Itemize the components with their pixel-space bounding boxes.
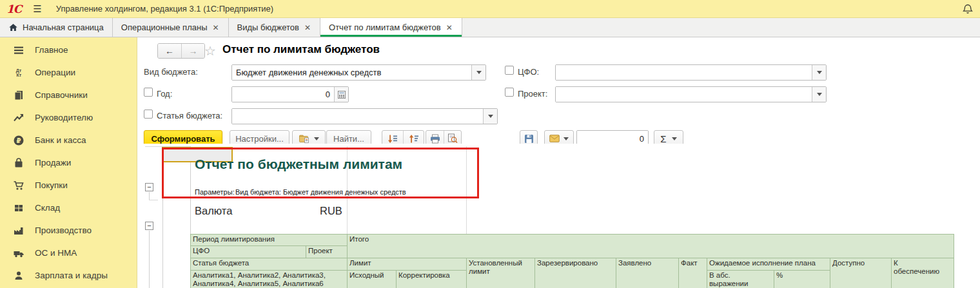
- tab-home[interactable]: Начальная страница: [0, 18, 113, 37]
- year-input[interactable]: [232, 87, 334, 102]
- tab-budget-types[interactable]: Виды бюджетов ✕: [229, 18, 320, 37]
- sidebar-item-label: Руководителю: [35, 113, 93, 122]
- year-checkbox[interactable]: [144, 88, 153, 97]
- sidebar-item-sales[interactable]: Продажи: [0, 151, 137, 174]
- bag-icon: [12, 157, 25, 169]
- chevron-down-icon: [817, 71, 822, 74]
- cfo-input[interactable]: [556, 65, 812, 80]
- forward-button[interactable]: →: [181, 44, 204, 58]
- budget-type-field-group: [231, 64, 486, 81]
- history-nav-group: ← →: [157, 43, 205, 59]
- factory-icon: [12, 224, 25, 237]
- tab-label: Начальная страница: [23, 23, 104, 32]
- main-area: ← → ☆ Отчет по лимитам бюджетов Вид бюдж…: [137, 37, 980, 288]
- cfo-label: ЦФО:: [518, 67, 539, 77]
- currency-label: Валюта: [195, 205, 232, 217]
- sidebar-item-warehouse[interactable]: Склад: [0, 197, 137, 219]
- chevron-down-icon: [672, 137, 677, 140]
- chevron-down-icon: [314, 137, 319, 140]
- col-limit: Лимит: [348, 258, 467, 271]
- sidebar-item-main[interactable]: Главное: [0, 39, 137, 61]
- project-checkbox[interactable]: [505, 88, 514, 97]
- sidebar-item-manager[interactable]: Руководителю: [0, 106, 137, 129]
- col-initial: Исходный: [348, 271, 397, 288]
- preview-icon: [447, 133, 458, 144]
- group-line: [149, 200, 158, 200]
- col-project: Проект: [306, 246, 348, 258]
- 1c-logo-icon: 1С: [6, 3, 21, 15]
- top-bar: 1С ☰ Управление холдингом, редакция 3.1 …: [0, 0, 980, 18]
- budget-item-label: Статья бюджета:: [157, 111, 222, 120]
- favorite-star-icon[interactable]: ☆: [204, 43, 216, 59]
- sidebar-item-fixed-assets[interactable]: ОС и НМА: [0, 242, 137, 264]
- col-budget-item: Статья бюджета: [191, 258, 348, 271]
- notifications-bell-icon[interactable]: [962, 3, 974, 15]
- grid-icon: [12, 202, 25, 215]
- back-button[interactable]: ←: [158, 44, 181, 58]
- sidebar-item-label: Банк и касса: [35, 135, 86, 145]
- svg-text:₽: ₽: [17, 137, 21, 144]
- year-calculator-button[interactable]: [334, 87, 348, 102]
- col-to-provide: К обеспечению: [892, 258, 954, 288]
- budget-item-dropdown-button[interactable]: [483, 109, 497, 124]
- col-cfo: ЦФО: [191, 246, 306, 258]
- close-icon[interactable]: ✕: [446, 23, 453, 32]
- report-spreadsheet[interactable]: − − Отчет по бюджетным лимитам Параметры…: [137, 144, 980, 288]
- chevron-down-icon: [488, 115, 493, 118]
- sidebar-item-bank-cash[interactable]: ₽ Банк и касса: [0, 129, 137, 151]
- group-line: [149, 192, 150, 200]
- sidebar-item-operations[interactable]: ДтКт Операции: [0, 61, 137, 84]
- close-icon[interactable]: ✕: [212, 23, 220, 32]
- debit-credit-icon: ДтКт: [12, 66, 25, 79]
- currency-value: RUB: [320, 205, 342, 217]
- sidebar-item-label: Справочники: [35, 90, 88, 100]
- cfo-checkbox[interactable]: [505, 66, 514, 75]
- col-available: Доступно: [830, 258, 892, 288]
- col-period: Период лимитирования: [191, 235, 348, 246]
- trend-icon: [12, 111, 25, 124]
- sidebar-item-label: Склад: [35, 203, 60, 213]
- col-abs: В абс. выражении: [707, 271, 774, 288]
- sidebar-item-label: Зарплата и кадры: [35, 271, 108, 280]
- sidebar-item-production[interactable]: Производство: [0, 219, 137, 242]
- project-input[interactable]: [556, 87, 812, 102]
- folder-variant-icon: [299, 134, 309, 143]
- budget-item-checkbox[interactable]: [144, 110, 153, 119]
- budget-type-dropdown-button[interactable]: [471, 65, 485, 80]
- budget-type-input[interactable]: [232, 65, 471, 80]
- sort-descending-icon: [387, 134, 398, 144]
- col-total: Итого: [348, 235, 954, 258]
- project-field-group: [555, 86, 827, 102]
- cfo-field-group: [555, 64, 827, 81]
- cfo-dropdown-button[interactable]: [812, 65, 826, 80]
- sidebar-item-purchases[interactable]: Покупки: [0, 174, 137, 197]
- main-menu-icon[interactable]: ☰: [33, 3, 41, 15]
- close-icon[interactable]: ✕: [304, 23, 311, 32]
- sidebar-item-label: ОС и НМА: [35, 248, 77, 258]
- sidebar-item-label: Главное: [35, 45, 68, 55]
- group-collapse-button[interactable]: −: [145, 222, 153, 230]
- sidebar-item-payroll[interactable]: Зарплата и кадры: [0, 264, 137, 287]
- calculator-icon: [338, 91, 346, 99]
- app-title: Управление холдингом, редакция 3.1 (1С:П…: [56, 4, 273, 14]
- col-reserved: Зарезервировано: [535, 258, 616, 288]
- tab-bar: Начальная страница Операционные планы ✕ …: [0, 18, 980, 37]
- budget-item-input[interactable]: [232, 109, 483, 124]
- col-analytics: Аналитика1, Аналитика2, Аналитика3, Анал…: [191, 271, 348, 288]
- page-title: Отчет по лимитам бюджетов: [222, 43, 380, 56]
- project-dropdown-button[interactable]: [812, 87, 826, 102]
- sidebar-item-label: Продажи: [35, 158, 71, 168]
- sidebar-item-directories[interactable]: Справочники: [0, 84, 137, 106]
- chevron-down-icon: [817, 93, 822, 96]
- home-icon: [8, 23, 18, 32]
- group-line: [149, 231, 150, 288]
- chevron-down-icon: [564, 137, 569, 140]
- year-field-group: [231, 86, 349, 102]
- group-collapse-button[interactable]: −: [145, 183, 153, 191]
- tab-operational-plans[interactable]: Операционные планы ✕: [113, 18, 229, 37]
- col-declared: Заявлено: [616, 258, 679, 288]
- chevron-down-icon: [476, 71, 482, 74]
- tab-budget-limits-report[interactable]: Отчет по лимитам бюджетов ✕: [320, 18, 462, 37]
- envelope-icon: [549, 135, 560, 142]
- sidebar-item-label: Покупки: [35, 180, 68, 190]
